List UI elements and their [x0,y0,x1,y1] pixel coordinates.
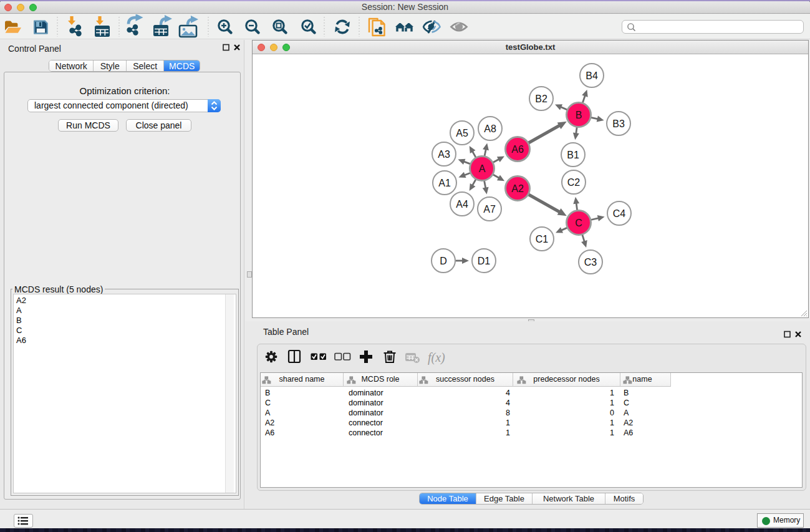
svg-text:A4: A4 [456,199,468,210]
svg-text:A3: A3 [438,149,450,160]
svg-text:D1: D1 [478,256,491,266]
svg-text:D: D [440,256,447,266]
svg-text:A6: A6 [511,144,524,155]
svg-text:C4: C4 [613,208,626,219]
svg-text:B1: B1 [567,150,579,160]
svg-text:C2: C2 [567,177,581,188]
svg-text:C1: C1 [536,234,549,244]
svg-text:A2: A2 [511,183,524,194]
svg-text:A5: A5 [456,128,468,138]
svg-text:C3: C3 [584,257,597,268]
svg-text:A7: A7 [483,204,496,215]
svg-text:C: C [575,218,582,228]
svg-text:B: B [576,110,582,120]
svg-text:A: A [479,163,486,174]
svg-text:A1: A1 [438,178,451,188]
svg-text:A8: A8 [484,123,496,134]
svg-text:B4: B4 [586,70,598,81]
svg-text:B3: B3 [612,118,625,129]
svg-text:B2: B2 [535,94,547,104]
